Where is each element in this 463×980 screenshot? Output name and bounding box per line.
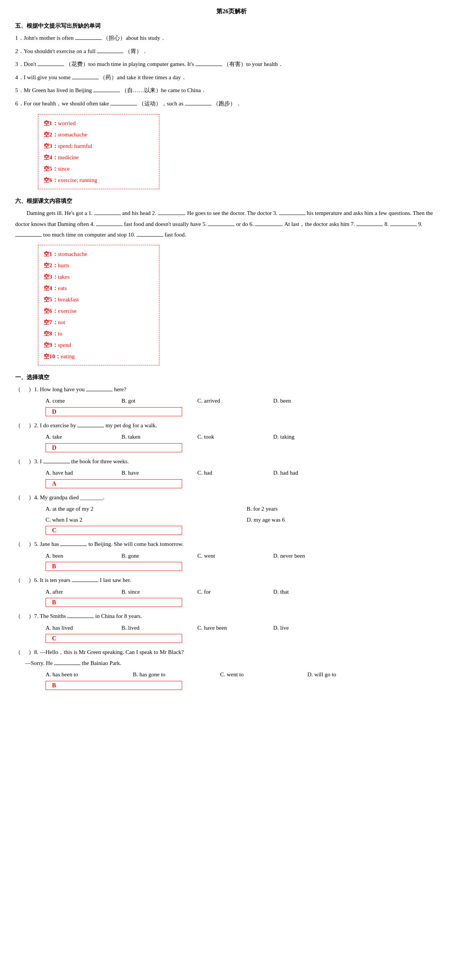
ans6-8: 空8：to <box>44 328 152 339</box>
mc-q7-answer: C <box>46 634 182 643</box>
ans6-6: 空6：exercise <box>44 305 152 317</box>
ans5-1: 空1：worried <box>44 118 152 129</box>
mc-q1-options: A. come B. got C. arrived D. been <box>46 395 448 406</box>
mc-option: D. had had <box>273 468 349 479</box>
mc-option: C. for <box>197 587 273 598</box>
q5-1: 1．John's mother is often （担心）about his s… <box>15 33 448 44</box>
blank <box>60 546 87 546</box>
mc-option: C. had <box>197 468 273 479</box>
blank <box>96 226 123 226</box>
blank <box>86 391 113 391</box>
mc-option: A. come <box>46 395 121 406</box>
mc-q2-options: A. take B. taken C. took D. taking <box>46 431 448 442</box>
blank <box>255 226 282 226</box>
mc-q4-text: （ ）4. My grandpa died ________. <box>15 492 448 503</box>
q5-6: 6．For our health，we should often take （运… <box>15 98 448 109</box>
ans5-4: 空4：medicine <box>44 152 152 163</box>
mc-q1: （ ）1. How long have you here? A. come B.… <box>15 384 448 419</box>
mc-option: B. gone <box>121 550 197 562</box>
mc-q3-text: （ ）3. I the book for three weeks. <box>15 456 448 467</box>
ans5-2: 空2：stomachache <box>44 129 152 140</box>
ans6-10: 空10：eating <box>44 351 152 362</box>
mc-q8: （ ）8. —Hello，this is Mr Green speaking. … <box>15 647 448 693</box>
mc-option: A. at the age of my 2 <box>46 503 247 514</box>
ans5-3: 空3：spend; harmful <box>44 140 152 152</box>
mc-option: B. taken <box>121 431 197 442</box>
blank <box>75 40 102 40</box>
mc-option: A. has lived <box>46 622 121 633</box>
mc-option: A. been <box>46 550 121 562</box>
ans6-7: 空7：not <box>44 317 152 328</box>
mc-q5: （ ）5. Jane has to Beijing. She will come… <box>15 539 448 574</box>
mc-option: B. for 2 years <box>247 503 448 514</box>
mc-option: D. that <box>273 587 349 598</box>
mc-q8-options: A. has been to B. has gone to C. went to… <box>46 669 448 680</box>
ans6-9: 空9：spend <box>44 339 152 351</box>
mc-q8-text: （ ）8. —Hello，this is Mr Green speaking. … <box>15 647 448 668</box>
blank <box>158 215 184 215</box>
mc-option: C. have been <box>197 622 273 633</box>
mc-q6-options: A. after B. since C. for D. that <box>46 587 448 598</box>
blank <box>279 215 305 215</box>
blank <box>110 105 137 105</box>
mc-option: B. lived <box>121 622 197 633</box>
mc-option: D. taking <box>273 431 349 442</box>
mc-option: A. after <box>46 587 121 598</box>
blank <box>72 582 98 582</box>
mc-q5-options: A. been B. gone C. went D. never been <box>46 550 448 562</box>
mc-option: D. my age was 6 <box>247 514 448 525</box>
mc-option: D. been <box>273 395 349 406</box>
blank <box>15 236 42 237</box>
mc-q2-answer: D <box>46 443 182 452</box>
blank <box>208 226 235 226</box>
ans6-4: 空4：eats <box>44 282 152 294</box>
ans5-6: 空6：exercise; running <box>44 174 152 186</box>
mc-q4-answer: C <box>46 526 182 535</box>
ans6-1: 空1：stomachache <box>44 248 152 260</box>
blank <box>356 226 383 226</box>
mc-option: A. take <box>46 431 121 442</box>
blank <box>94 215 121 215</box>
mc-q3-options: A. have had B. have C. had D. had had <box>46 468 448 479</box>
mc-option: B. got <box>121 395 197 406</box>
mc-q3: （ ）3. I the book for three weeks. A. hav… <box>15 456 448 491</box>
ans6-2: 空2：hurts <box>44 260 152 271</box>
mc-q4-options: A. at the age of my 2 B. for 2 years C. … <box>46 503 448 525</box>
ans6-5: 空5：breakfast <box>44 294 152 305</box>
section6-paragraph: Daming gets ill. He's got a 1. and his h… <box>15 208 448 240</box>
blank <box>38 65 64 66</box>
mc-q7-options: A. has lived B. lived C. have been D. li… <box>46 622 448 633</box>
mc-option: A. have had <box>46 468 121 479</box>
mc-q4: （ ）4. My grandpa died ________. A. at th… <box>15 492 448 538</box>
blank <box>97 53 123 53</box>
section5-answer-box: 空1：worried 空2：stomachache 空3：spend; harm… <box>38 114 160 189</box>
q5-3: 3．Don't （花费）too much time in playing com… <box>15 59 448 70</box>
mc-option: B. have <box>121 468 197 479</box>
mc-q1-text: （ ）1. How long have you here? <box>15 384 448 395</box>
ans6-3: 空3：takes <box>44 271 152 282</box>
q5-5: 5．Mr Green has lived in Beijing （自……以来）h… <box>15 85 448 96</box>
blank <box>72 79 99 79</box>
mc-q6: （ ）6. It is ten years I last saw her. A.… <box>15 575 448 610</box>
blank <box>93 92 120 92</box>
section5-title: 五、根据中文提示写出所缺的单词 <box>15 22 448 30</box>
mc-q2: （ ）2. I do exercise by my pet dog for a … <box>15 420 448 455</box>
blank <box>185 105 211 105</box>
blank <box>43 463 70 463</box>
ans5-5: 空5：since <box>44 163 152 174</box>
mc-q2-text: （ ）2. I do exercise by my pet dog for a … <box>15 420 448 431</box>
mc-option: D. will go to <box>307 669 395 680</box>
blank <box>137 236 163 237</box>
q5-2: 2．You shouldn't exercise on a full （胃）． <box>15 46 448 57</box>
mc-option: B. has gone to <box>133 669 220 680</box>
section5-questions: 1．John's mother is often （担心）about his s… <box>15 33 448 109</box>
mc-q1-answer: D <box>46 407 182 416</box>
mc-q8-answer: B <box>46 681 182 690</box>
blank <box>77 427 104 427</box>
mc-q3-answer: A <box>46 479 182 488</box>
mc-option: C. arrived <box>197 395 273 406</box>
q5-4: 4．I will give you some （药）and take it th… <box>15 72 448 83</box>
mc-q6-answer: B <box>46 598 182 607</box>
section6-title: 六、根据课文内容填空 <box>15 197 448 205</box>
mc-q5-text: （ ）5. Jane has to Beijing. She will come… <box>15 539 448 550</box>
